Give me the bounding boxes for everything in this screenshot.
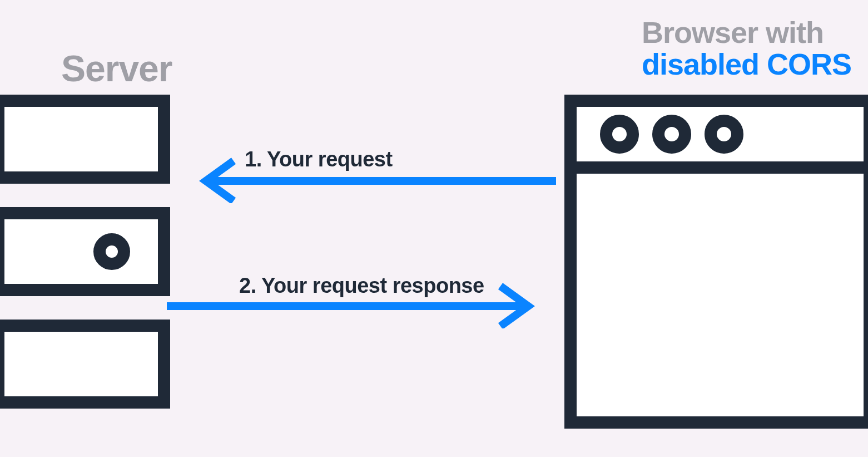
server-stack <box>0 95 170 409</box>
browser-title: Browser with disabled CORS <box>642 17 851 80</box>
browser-title-line2: disabled CORS <box>642 48 851 80</box>
server-led-icon <box>93 233 130 270</box>
server-title: Server <box>61 47 172 90</box>
window-control-icon <box>652 115 691 154</box>
window-control-icon <box>600 115 639 154</box>
arrow-response: 2. Your request response <box>161 278 562 328</box>
browser-titlebar <box>577 107 864 174</box>
server-rack-1 <box>0 95 170 184</box>
server-rack-3 <box>0 320 170 409</box>
browser-window <box>564 95 868 429</box>
arrow-request: 1. Your request <box>172 153 562 203</box>
arrow-response-label: 2. Your request response <box>239 274 484 298</box>
diagram-canvas: Server Browser with disabled CORS 1. You… <box>0 0 868 457</box>
window-control-icon <box>705 115 743 154</box>
browser-title-line1: Browser with <box>642 17 851 48</box>
server-rack-2 <box>0 207 170 296</box>
arrow-request-label: 1. Your request <box>245 148 393 171</box>
